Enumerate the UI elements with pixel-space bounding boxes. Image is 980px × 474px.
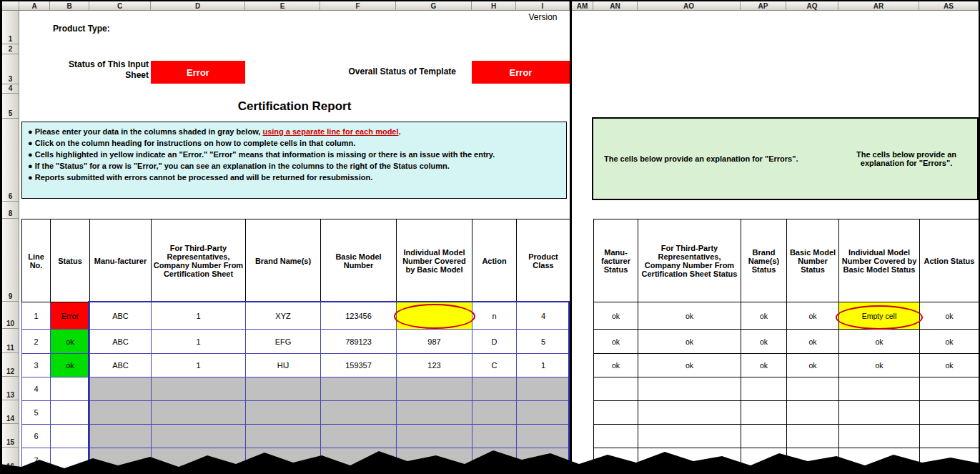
column-header-AQ[interactable]: AQ — [786, 1, 838, 11]
column-header-AS[interactable]: AS — [919, 1, 979, 11]
cell-individual-model[interactable] — [397, 401, 472, 425]
cell-brand[interactable]: EFG — [246, 330, 321, 354]
cell-brand[interactable] — [246, 401, 321, 425]
cell-action-status[interactable]: ok — [920, 330, 979, 354]
cell-manufacturer-status[interactable]: ok — [594, 302, 638, 330]
header-line-no[interactable]: Line No. — [22, 219, 51, 302]
header-individual-model-status[interactable]: Individual Model Number Covered by Basic… — [839, 219, 920, 302]
cell-individual-model-error[interactable] — [397, 302, 472, 330]
row-header-10[interactable]: 10 — [2, 302, 19, 329]
cell-company-number[interactable]: 1 — [152, 354, 246, 377]
header-brand-status[interactable]: Brand Name(s) Status — [741, 219, 787, 302]
cell-manufacturer[interactable]: ABC — [90, 302, 152, 330]
cell-company-number[interactable]: 1 — [152, 330, 246, 354]
cell-brand-status[interactable] — [741, 401, 787, 425]
cell-action[interactable]: n — [472, 302, 517, 330]
column-header-AP[interactable]: AP — [741, 1, 786, 11]
cell-product-class[interactable] — [517, 377, 570, 401]
row-header-4[interactable]: 4 — [2, 84, 19, 94]
column-header-AO[interactable]: AO — [638, 1, 741, 11]
header-basic-model-status[interactable]: Basic Model Number Status — [787, 219, 839, 302]
cell-action-status[interactable]: ok — [920, 302, 979, 330]
cell-company-number-status[interactable]: ok — [638, 302, 741, 330]
cell-brand-status[interactable]: ok — [741, 302, 787, 330]
cell-manufacturer[interactable]: ABC — [90, 330, 152, 354]
cell-product-class[interactable]: 5 — [517, 330, 570, 354]
cell-action-status[interactable] — [920, 377, 979, 401]
cell-line-no[interactable]: 2 — [22, 330, 51, 354]
cell-company-number[interactable] — [152, 377, 246, 401]
header-manufacturer[interactable]: Manu-facturer — [90, 219, 152, 302]
cell-action-status[interactable]: ok — [920, 354, 979, 377]
column-header-H[interactable]: H — [472, 1, 516, 11]
cell-brand[interactable] — [246, 377, 321, 401]
instruction-link[interactable]: using a separate line for each model — [262, 127, 398, 136]
cell-status[interactable]: ok — [51, 330, 90, 354]
cell-basic-model-status[interactable]: ok — [787, 330, 839, 354]
cell-action[interactable]: C — [472, 354, 517, 377]
cell-individual-model[interactable]: 987 — [397, 330, 472, 354]
cell-basic-model-status[interactable]: ok — [787, 354, 839, 377]
row-header-11[interactable]: 11 — [2, 329, 19, 353]
header-status[interactable]: Status — [51, 219, 90, 302]
header-basic-model[interactable]: Basic Model Number — [321, 219, 397, 302]
column-header-AR[interactable]: AR — [838, 1, 919, 11]
cell-brand-status[interactable] — [741, 377, 787, 401]
header-action-status[interactable]: Action Status — [920, 219, 979, 302]
cell-individual-model-status-error[interactable]: Empty cell — [839, 302, 920, 330]
cell-basic-model-status[interactable]: ok — [787, 302, 839, 330]
cell-action-status[interactable] — [920, 401, 979, 425]
header-company-number-status[interactable]: For Third-Party Representatives, Company… — [638, 219, 741, 302]
header-product-class[interactable]: Product Class — [517, 219, 570, 302]
column-header-D[interactable]: D — [151, 1, 245, 11]
cell-manufacturer-status[interactable]: ok — [594, 354, 638, 377]
cell-brand-status[interactable]: ok — [741, 354, 787, 377]
column-header-A[interactable]: A — [19, 1, 50, 11]
cell-individual-model-status[interactable]: ok — [839, 330, 920, 354]
cell-line-no[interactable]: 1 — [22, 302, 51, 330]
cell-basic-model[interactable] — [321, 377, 397, 401]
cell-manufacturer-status[interactable]: ok — [594, 330, 638, 354]
row-header-6[interactable]: 6 — [2, 119, 19, 202]
select-all-corner[interactable] — [2, 1, 19, 11]
cell-company-number-status[interactable]: ok — [638, 354, 741, 377]
column-header-G[interactable]: G — [396, 1, 472, 11]
cell-company-number-status[interactable]: ok — [638, 330, 741, 354]
row-header-8[interactable]: 8 — [2, 202, 19, 219]
column-header-AM[interactable]: AM — [572, 1, 593, 11]
column-header-AN[interactable]: AN — [593, 1, 638, 11]
cell-brand[interactable]: XYZ — [246, 302, 321, 330]
cell-manufacturer-status[interactable] — [594, 401, 638, 425]
input-sheet-status-badge[interactable]: Error — [151, 61, 245, 84]
column-header-B[interactable]: B — [50, 1, 89, 11]
header-company-number[interactable]: For Third-Party Representatives, Company… — [152, 219, 246, 302]
cell-status[interactable]: ok — [51, 354, 90, 377]
header-action[interactable]: Action — [472, 219, 517, 302]
cell-basic-model[interactable]: 789123 — [321, 330, 397, 354]
cell-line-no[interactable]: 4 — [22, 377, 51, 401]
cell-company-number[interactable] — [152, 401, 246, 425]
cell-manufacturer[interactable] — [90, 401, 152, 425]
cell-basic-model-status[interactable] — [787, 401, 839, 425]
cell-brand[interactable]: HIJ — [246, 354, 321, 377]
cell-line-no[interactable]: 5 — [22, 401, 51, 425]
column-header-C[interactable]: C — [89, 1, 151, 11]
cell-basic-model[interactable]: 123456 — [321, 302, 397, 330]
cell-basic-model[interactable]: 159357 — [321, 354, 397, 377]
cell-product-class[interactable]: 1 — [517, 354, 570, 377]
cell-basic-model[interactable] — [321, 401, 397, 425]
cell-product-class[interactable] — [517, 401, 570, 425]
row-header-14[interactable]: 14 — [2, 400, 19, 424]
cell-company-number-status[interactable] — [638, 401, 741, 425]
cell-line-no[interactable]: 3 — [22, 354, 51, 377]
cell-manufacturer[interactable] — [90, 377, 152, 401]
cell-individual-model-status[interactable]: ok — [839, 354, 920, 377]
row-header-1[interactable]: 1 — [2, 11, 19, 44]
column-header-F[interactable]: F — [320, 1, 396, 11]
row-header-13[interactable]: 13 — [2, 377, 19, 400]
cell-status[interactable] — [51, 377, 90, 401]
cell-product-class[interactable]: 4 — [517, 302, 570, 330]
cell-company-number[interactable]: 1 — [152, 302, 246, 330]
cell-brand-status[interactable]: ok — [741, 330, 787, 354]
column-header-I[interactable]: I — [516, 1, 570, 11]
